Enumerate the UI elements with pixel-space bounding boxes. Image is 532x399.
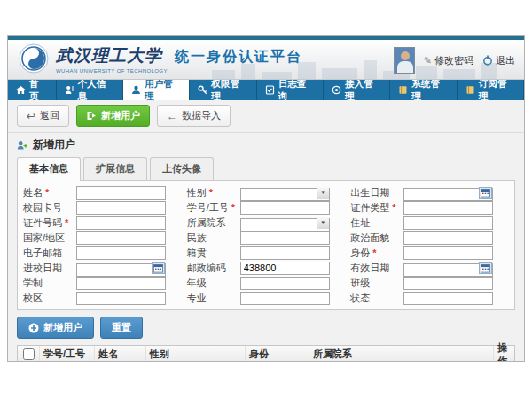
app-window: 武汉理工大学 统一身份认证平台 WUHAN UNIVERSITY OF TECH… [7,35,525,362]
political-status-input[interactable] [403,231,493,245]
field-label: 校区 [23,292,76,305]
form-field-ethnicity: 民族 [187,231,346,245]
submit-label: 新增用户 [43,321,82,334]
field-label: 住址 [350,216,403,230]
native-place-input[interactable] [240,246,330,260]
change-password-link[interactable]: ✎ 修改密码 [424,54,473,67]
form-field-postcode: 邮政编码 [187,261,346,275]
content-area: ↩ 返回 新增用户 ← 数据导入 新增用户 基本信息 扩展信息 [8,105,524,362]
nav-label: 接入管理 [345,78,381,103]
address-input[interactable] [403,216,493,230]
campus-card-input[interactable] [76,201,166,215]
access-management-icon [332,85,341,95]
home-icon [16,85,26,95]
nav-item-system-management[interactable]: 系统管理 [390,80,457,100]
nav-item-log-query[interactable]: 日志查询 [257,80,324,100]
status-input[interactable] [403,292,493,305]
reset-button[interactable]: 重置 [100,317,143,339]
form-field-campus-card: 校园卡号 [23,200,182,215]
tab-basic-info[interactable]: 基本信息 [17,157,81,181]
id-type-input[interactable] [403,201,493,215]
form-field-political-status: 政治面貌 [350,231,509,245]
system-management-icon [398,85,408,95]
major-input[interactable] [240,292,330,305]
import-data-button[interactable]: ← 数据导入 [157,105,231,127]
col-actions: 操作 [493,346,514,362]
chevron-down-icon[interactable]: ▼ [317,217,329,229]
nav-item-subscription-management[interactable]: 订阅管理 [458,80,524,100]
header-user-area: ✎ 修改密码 退出 [394,47,515,74]
col-name: 姓名 [94,346,145,362]
nav-item-profile[interactable]: 个人信息 [57,80,123,100]
calendar-icon[interactable] [152,262,165,274]
field-label: 专业 [187,292,240,305]
class-input[interactable] [403,277,493,290]
campus-input[interactable] [76,292,166,305]
identity-input[interactable] [403,246,493,260]
form-field-study-length: 学制 [23,276,182,290]
tab-extended-info[interactable]: 扩展信息 [83,157,147,180]
toolbar: ↩ 返回 新增用户 ← 数据导入 [17,105,515,127]
field-label: 学号/工号* [187,201,240,215]
calendar-icon[interactable] [479,187,492,199]
chevron-down-icon[interactable]: ▼ [317,187,329,199]
name-input[interactable] [76,186,166,200]
email-input[interactable] [76,246,166,260]
field-label: 证件号码* [23,216,76,230]
postcode-input[interactable] [240,262,330,275]
back-label: 返回 [40,109,59,122]
field-label: 出生日期 [350,186,403,200]
form-field-native-place: 籍贯 [187,246,346,260]
field-label: 年级 [187,277,240,290]
logout-link[interactable]: 退出 [482,54,515,67]
field-label: 姓名* [23,186,76,200]
nav-label: 权限管理 [211,78,247,103]
platform-title: 统一身份认证平台 [175,48,302,66]
log-query-icon [265,85,275,95]
profile-icon [65,85,74,95]
import-label: 数据导入 [182,109,221,122]
form-field-id-number: 证件号码* [23,215,182,230]
nav-item-home[interactable]: 首页 [8,80,57,100]
col-gender: 性别 [145,346,245,362]
grade-input[interactable] [240,277,330,290]
required-mark: * [392,202,395,213]
study-length-input[interactable] [76,277,166,290]
country-input[interactable] [76,231,166,245]
col-department: 所属院系 [309,346,493,362]
subscription-management-icon [466,85,475,95]
nav-label: 订阅管理 [479,78,515,103]
field-label: 证件类型* [350,201,403,215]
form-field-student-id: 学号/工号* [187,200,346,215]
nav-item-permissions[interactable]: 权限管理 [190,80,256,100]
nav-item-access-management[interactable]: 接入管理 [324,80,390,100]
id-number-input[interactable] [76,216,166,230]
calendar-icon[interactable] [479,262,492,274]
user-management-icon [131,85,141,95]
back-arrow-icon: ↩ [27,112,35,121]
university-name: 武汉理工大学 [56,44,162,67]
tab-upload-photo[interactable]: 上传头像 [150,157,214,180]
form-field-country: 国家/地区 [23,231,182,245]
form-field-major: 专业 [187,291,346,305]
ethnicity-input[interactable] [240,231,330,245]
required-mark: * [45,187,49,198]
submit-add-user-button[interactable]: 新增用户 [17,317,94,339]
avatar-head [401,51,410,60]
back-button[interactable]: ↩ 返回 [17,105,69,127]
field-label: 国家/地区 [23,231,76,245]
field-label: 班级 [350,277,403,290]
nav-label: 日志查询 [278,78,315,103]
add-user-toolbar-button[interactable]: 新增用户 [76,105,150,127]
section-title-text: 新增用户 [33,137,75,153]
pencil-icon: ✎ [424,55,432,66]
plus-circle-icon [28,323,39,333]
student-id-input[interactable] [240,201,330,215]
select-all-checkbox[interactable] [23,348,35,360]
required-mark: * [231,202,235,213]
field-label: 邮政编码 [187,262,240,275]
nav-label: 个人信息 [78,78,114,103]
user-result-table: 学号/工号 姓名 性别 身份 所属院系 操作 [17,345,515,362]
required-mark: * [209,187,213,198]
nav-item-user-management[interactable]: 用户管理 [123,80,190,100]
